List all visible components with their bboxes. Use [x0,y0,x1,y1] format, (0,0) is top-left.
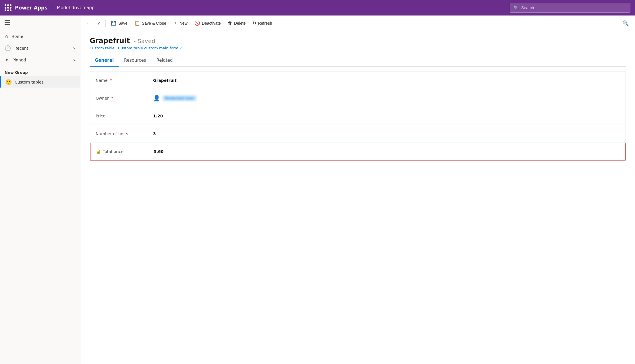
refresh-label: Refresh [258,21,272,26]
field-row-total-price: 🔒 Total price 3.60 [90,143,626,160]
custom-tables-label: Custom tables [15,80,44,84]
search-input[interactable] [521,5,627,10]
home-icon: ⌂ [5,33,8,39]
breadcrumb-chevron-icon: ∨ [179,46,182,50]
field-label-total-price: 🔒 Total price [96,149,154,154]
app-name: Power Apps [15,5,47,11]
field-value-units[interactable]: 3 [153,131,620,136]
deactivate-button[interactable]: 🚫 Deactivate [192,19,224,28]
expand-button[interactable]: ⤢ [95,19,103,28]
sidebar-item-custom-tables[interactable]: 🙂 Custom tables [0,76,80,88]
sidebar: ⌂ Home 🕐 Recent ∨ ✦ Pinned ∨ New Group 🙂… [0,16,80,364]
top-bar-divider [52,4,52,11]
form-saved-status: - Saved [134,38,155,44]
delete-button[interactable]: 🗑 Delete [225,19,248,28]
owner-user-icon: 👤 [153,95,160,102]
back-button[interactable]: ← [84,18,94,28]
field-row-owner: Owner * 👤 Redacted User [90,89,626,107]
tab-general[interactable]: General [90,55,119,67]
sidebar-item-pinned[interactable]: ✦ Pinned ∨ [0,54,80,66]
search-bar[interactable]: 🔍 [510,3,630,13]
breadcrumb: Custom table · Custom table custom main … [90,46,626,50]
cmd-search-button[interactable]: 🔍 [619,18,632,28]
chevron-down-icon: ∨ [73,58,76,62]
field-label-name: Name * [96,78,153,83]
field-value-total-price: 3.60 [154,149,619,154]
new-icon: ＋ [173,20,178,26]
svg-rect-0 [5,20,10,21]
field-value-name[interactable]: Grapefruit [153,78,620,83]
top-bar: Power Apps Model-driven app 🔍 [0,0,635,16]
field-label-owner: Owner * [96,96,153,100]
owner-name-value[interactable]: Redacted User [163,95,196,101]
svg-rect-1 [5,22,10,23]
command-bar: ← ⤢ 💾 Save 📋 Save & Close ＋ New 🚫 Deacti… [80,16,635,31]
new-label: New [180,21,188,26]
save-button[interactable]: 💾 Save [108,19,130,28]
delete-icon: 🗑 [228,21,232,26]
form-header: Grapefruit - Saved Custom table · Custom… [90,37,626,50]
breadcrumb-separator: · [116,46,117,50]
pin-icon: ✦ [5,57,9,63]
lock-icon: 🔒 [96,149,101,154]
main-layout: ⌂ Home 🕐 Recent ∨ ✦ Pinned ∨ New Group 🙂… [0,16,635,364]
sidebar-item-recent[interactable]: 🕐 Recent ∨ [0,42,80,54]
cmd-divider-1 [105,20,106,27]
tab-resources[interactable]: Resources [119,55,151,67]
breadcrumb-table-link[interactable]: Custom table [90,46,115,50]
breadcrumb-form-dropdown[interactable]: Custom table custom main form ∨ [118,46,182,50]
custom-tables-icon: 🙂 [5,79,12,85]
required-marker-owner: * [111,96,113,100]
app-launcher-button[interactable] [5,4,11,11]
recent-icon: 🕐 [5,45,11,51]
content-area: ← ⤢ 💾 Save 📋 Save & Close ＋ New 🚫 Deacti… [80,16,635,364]
model-name: Model-driven app [57,5,94,10]
save-close-button[interactable]: 📋 Save & Close [132,19,169,28]
save-close-icon: 📋 [134,20,140,26]
back-icon: ← [86,20,91,26]
hamburger-button[interactable] [0,16,80,30]
sidebar-home-label: Home [11,34,23,39]
field-label-price: Price [96,114,153,118]
form-tabs: General Resources Related [90,55,626,67]
search-icon: 🔍 [514,5,519,10]
form-title: Grapefruit [90,37,130,45]
form-area: Grapefruit - Saved Custom table · Custom… [80,31,635,364]
field-row-name: Name * Grapefruit [90,71,626,89]
deactivate-label: Deactivate [202,21,221,26]
field-label-units: Number of units [96,131,153,136]
deactivate-icon: 🚫 [194,20,200,26]
save-close-label: Save & Close [142,21,166,26]
tab-related[interactable]: Related [151,55,178,67]
chevron-down-icon: ∨ [73,46,76,50]
field-value-owner: 👤 Redacted User [153,95,620,102]
field-value-price[interactable]: 1.20 [153,114,620,118]
refresh-button[interactable]: ↻ Refresh [250,19,275,28]
save-label: Save [118,21,128,26]
svg-rect-2 [5,24,10,25]
sidebar-section-label: New Group [0,66,80,76]
sidebar-pinned-label: Pinned [12,58,26,62]
expand-icon: ⤢ [97,20,101,26]
form-title-row: Grapefruit - Saved [90,37,626,45]
delete-label: Delete [234,21,246,26]
cmd-search-icon: 🔍 [622,20,629,26]
save-icon: 💾 [111,20,117,26]
sidebar-item-home[interactable]: ⌂ Home [0,30,80,42]
breadcrumb-form-label: Custom table custom main form [118,46,178,50]
field-row-units: Number of units 3 [90,125,626,143]
refresh-icon: ↻ [252,20,256,26]
form-section-general: Name * Grapefruit Owner * 👤 Redacted Use… [90,71,626,161]
sidebar-recent-label: Recent [14,46,28,51]
new-button[interactable]: ＋ New [170,18,190,28]
field-row-price: Price 1.20 [90,107,626,125]
required-marker-name: * [110,78,112,83]
